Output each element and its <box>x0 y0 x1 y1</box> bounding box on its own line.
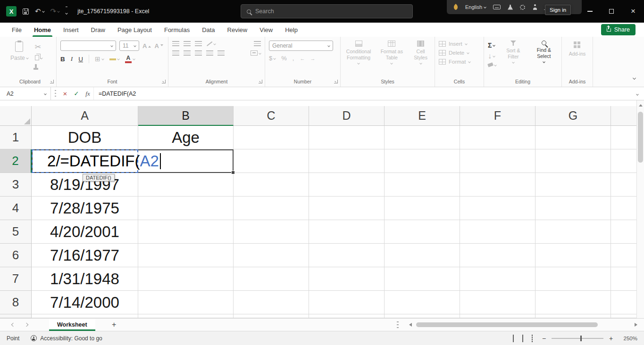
cell-D1[interactable] <box>309 126 385 149</box>
column-header-a[interactable]: A <box>32 106 138 126</box>
search-input[interactable] <box>255 8 407 15</box>
quick-access-toolbar-button[interactable] <box>66 7 67 16</box>
conditional-formatting-button[interactable]: Conditional Formatting <box>344 41 373 64</box>
format-painter-button[interactable] <box>35 64 42 70</box>
fill-handle[interactable] <box>231 171 235 174</box>
name-box-dropdown-icon[interactable] <box>44 92 47 95</box>
cell-B5[interactable] <box>138 220 234 244</box>
align-top-icon[interactable] <box>172 41 179 46</box>
align-right-icon[interactable] <box>195 50 202 56</box>
flask-icon[interactable] <box>508 5 513 10</box>
cell-E2[interactable] <box>385 149 460 173</box>
fill-button[interactable]: ↓ <box>488 52 496 60</box>
undo-button[interactable]: ↶ <box>35 7 44 16</box>
align-bottom-icon[interactable] <box>195 41 202 46</box>
scroll-right-icon[interactable] <box>635 323 639 327</box>
format-cells-button[interactable]: Format <box>439 59 470 65</box>
row-header-7[interactable]: 7 <box>0 267 32 291</box>
align-left-icon[interactable] <box>172 50 179 56</box>
cell-C2[interactable] <box>234 149 309 173</box>
cell-B8[interactable] <box>138 291 234 314</box>
insert-function-icon[interactable]: fx <box>82 90 93 98</box>
tab-view[interactable]: View <box>253 23 279 37</box>
minimize-button[interactable] <box>579 0 601 23</box>
row-header-2[interactable]: 2 <box>0 149 32 173</box>
merge-center-button[interactable] <box>251 50 261 56</box>
sort-filter-button[interactable]: Sort & Filter <box>501 41 526 78</box>
column-header-b[interactable]: B <box>138 106 234 126</box>
normal-view-button[interactable] <box>513 335 514 342</box>
align-center-icon[interactable] <box>184 50 191 56</box>
font-name-combo[interactable] <box>60 41 116 51</box>
horizontal-scrollbar-thumb[interactable] <box>416 322 598 327</box>
column-header-g[interactable]: G <box>535 106 611 126</box>
accounting-format-button[interactable]: $ <box>269 55 276 62</box>
cell-A1[interactable]: DOB <box>32 126 138 149</box>
cell-A4[interactable]: 7/28/1975 <box>32 197 138 220</box>
expand-formula-bar-icon[interactable] <box>636 90 638 98</box>
format-as-table-button[interactable]: Format as Table <box>377 41 406 64</box>
zoom-slider[interactable] <box>552 336 603 341</box>
fill-color-button[interactable] <box>109 58 119 60</box>
tab-help[interactable]: Help <box>279 23 304 37</box>
cell-E1[interactable] <box>385 126 460 149</box>
pen-ic on[interactable] <box>452 4 459 10</box>
row-header-3[interactable]: 3 <box>0 173 32 197</box>
sheet-tab-worksheet[interactable]: Worksheet <box>49 319 95 331</box>
zoom-slider-thumb[interactable] <box>580 336 582 341</box>
cell-G1[interactable] <box>535 126 611 149</box>
cell-F1[interactable] <box>460 126 535 149</box>
cut-button[interactable]: ✂ <box>35 42 42 51</box>
underline-button[interactable]: U <box>78 56 83 63</box>
alignment-dialog-launcher-icon[interactable] <box>259 80 262 83</box>
new-sheet-button[interactable]: + <box>109 320 119 329</box>
horizontal-scroll-track[interactable] <box>415 322 631 327</box>
cell-G2[interactable] <box>535 149 611 173</box>
row-header-6[interactable]: 6 <box>0 244 32 267</box>
delete-cells-button[interactable]: Delete <box>439 50 470 56</box>
horizontal-scrollbar[interactable] <box>402 319 644 331</box>
tab-bar-splitter[interactable] <box>397 321 399 329</box>
gear-icon[interactable] <box>520 5 525 10</box>
font-dialog-launcher-icon[interactable] <box>162 80 166 83</box>
language-selector[interactable]: English <box>465 4 486 10</box>
row-header-5[interactable]: 5 <box>0 220 32 244</box>
insert-cells-button[interactable]: Insert <box>439 41 470 47</box>
save-button[interactable] <box>23 8 29 15</box>
increase-decimal-button[interactable]: ← <box>300 56 304 61</box>
italic-button[interactable]: I <box>71 55 73 63</box>
tab-page-layout[interactable]: Page Layout <box>111 23 158 37</box>
cell-B4[interactable] <box>138 197 234 220</box>
bold-button[interactable]: B <box>60 56 65 63</box>
name-box-resizer[interactable] <box>51 90 59 97</box>
orientation-button[interactable] <box>206 41 216 47</box>
scroll-up-icon[interactable] <box>637 100 644 110</box>
column-header-e[interactable]: E <box>385 106 460 126</box>
cancel-entry-icon[interactable]: × <box>59 90 71 98</box>
zoom-level[interactable]: 250% <box>619 336 637 341</box>
row-header-8[interactable]: 8 <box>0 291 32 314</box>
cell-A7[interactable]: 1/31/1948 <box>32 267 138 291</box>
increase-indent-icon[interactable] <box>217 50 225 56</box>
cell-D2[interactable] <box>309 149 385 173</box>
font-color-button[interactable]: A <box>125 55 135 63</box>
vertical-scrollbar-thumb[interactable] <box>638 112 643 163</box>
keyboard-icon[interactable] <box>493 5 501 9</box>
tab-draw[interactable]: Draw <box>85 23 111 37</box>
increase-font-size-button[interactable]: A <box>142 42 151 49</box>
comma-style-button[interactable]: , <box>293 55 294 62</box>
in-cell-formula-editor[interactable]: 2/=DATEDIF(A2 <box>47 149 161 173</box>
number-dialog-launcher-icon[interactable] <box>334 80 338 83</box>
cell-B3[interactable] <box>138 173 234 197</box>
tab-formulas[interactable]: Formulas <box>158 23 196 37</box>
name-box[interactable]: A2 <box>0 87 51 100</box>
formula-input[interactable]: =DATEDIF(A2 <box>93 87 631 100</box>
tab-review[interactable]: Review <box>221 23 254 37</box>
autosum-button[interactable]: Σ <box>488 41 496 49</box>
wrap-text-button[interactable] <box>254 41 261 46</box>
row-header-1[interactable]: 1 <box>0 126 32 149</box>
previous-sheet-icon[interactable] <box>7 323 20 326</box>
find-select-button[interactable]: Find & Select <box>530 41 558 78</box>
cell-styles-button[interactable]: Cell Styles <box>410 41 431 64</box>
cell-B6[interactable] <box>138 244 234 267</box>
